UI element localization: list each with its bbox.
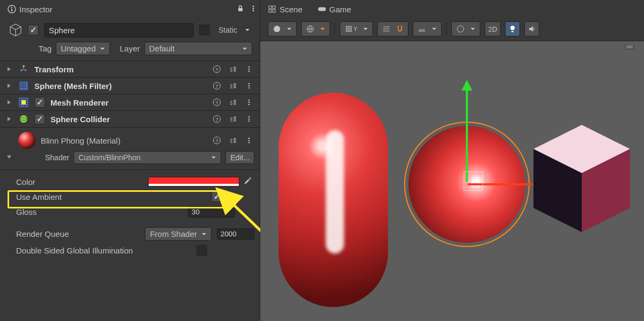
layer-label: Layer	[120, 44, 140, 53]
mesh-renderer-icon	[18, 97, 29, 108]
scene-capsule-object[interactable]	[279, 93, 388, 307]
svg-point-9	[248, 69, 250, 70]
mesh-renderer-component: Mesh Renderer ?	[0, 94, 260, 110]
svg-point-23	[248, 104, 250, 106]
svg-point-34	[248, 140, 250, 141]
mesh-filter-icon	[18, 80, 29, 91]
audio-toggle-button[interactable]	[524, 21, 539, 36]
mesh-filter-component: Sphere (Mesh Filter) ?	[0, 77, 260, 94]
use-ambient-property: Use Ambient	[16, 189, 254, 204]
shading-mode-button[interactable]	[268, 21, 297, 36]
svg-point-43	[457, 26, 464, 32]
gloss-input[interactable]	[188, 206, 235, 218]
tag-dropdown[interactable]: Untagged	[56, 42, 110, 55]
layer-dropdown[interactable]: Default	[144, 42, 252, 55]
svg-point-5	[253, 10, 254, 12]
kebab-icon[interactable]	[244, 114, 254, 124]
material-header: Blinn Phong (Material) ?	[0, 127, 260, 151]
kebab-icon[interactable]	[244, 64, 254, 74]
scene-tabs: Scene Game	[260, 0, 644, 17]
enable-checkbox[interactable]	[34, 114, 45, 124]
preset-icon[interactable]	[228, 80, 238, 91]
gloss-property: Gloss	[16, 204, 254, 220]
static-checkbox[interactable]	[199, 25, 210, 35]
svg-point-24	[20, 115, 27, 123]
help-icon[interactable]: ?	[211, 64, 222, 74]
preset-icon[interactable]	[228, 114, 238, 124]
svg-text:?: ?	[215, 84, 218, 89]
kebab-icon[interactable]	[247, 2, 260, 15]
svg-rect-37	[273, 6, 275, 9]
double-sided-checkbox[interactable]	[196, 245, 207, 256]
gizmo-y-axis[interactable]	[466, 89, 468, 182]
color-swatch[interactable]	[148, 177, 239, 186]
svg-text:?: ?	[215, 138, 218, 144]
preset-icon[interactable]	[228, 64, 238, 74]
toolbar-separator	[446, 23, 447, 35]
tab-inspector[interactable]: Inspector	[0, 1, 60, 17]
inspector-tabs: Inspector	[0, 0, 260, 17]
foldout-icon[interactable]	[5, 65, 13, 73]
edit-button[interactable]: Edit...	[225, 151, 254, 164]
lighting-toggle-button[interactable]	[505, 21, 520, 36]
material-foldout-icon[interactable]	[5, 153, 13, 161]
kebab-icon[interactable]	[244, 97, 254, 108]
svg-rect-40	[318, 7, 325, 11]
svg-point-29	[248, 118, 250, 120]
help-icon[interactable]: ?	[211, 80, 222, 91]
svg-point-10	[248, 71, 250, 72]
shader-dropdown[interactable]: Custom/BlinnPhon	[74, 151, 221, 164]
svg-point-35	[248, 142, 250, 144]
gizmo-plane-handle[interactable]	[464, 171, 483, 191]
foldout-icon[interactable]	[5, 115, 13, 123]
scene-toolbar: Y 2D	[260, 17, 644, 41]
svg-rect-38	[269, 10, 272, 12]
help-icon[interactable]: ?	[211, 97, 222, 108]
tab-label: Inspector	[19, 5, 53, 14]
foldout-icon[interactable]	[5, 99, 13, 106]
grid-y-button[interactable]: Y	[340, 21, 373, 36]
preset-icon[interactable]	[228, 135, 238, 146]
use-ambient-checkbox[interactable]	[211, 191, 222, 202]
scene-viewport[interactable]	[260, 41, 644, 321]
info-icon	[8, 5, 16, 13]
shader-label: Shader	[45, 153, 69, 162]
static-dropdown-icon[interactable]	[243, 25, 252, 35]
sphere-collider-component: Sphere Collider ?	[0, 110, 260, 127]
eyedropper-icon[interactable]	[244, 176, 254, 187]
snap-button[interactable]	[377, 21, 408, 36]
object-name-input[interactable]	[44, 23, 194, 38]
draw-mode-button[interactable]	[301, 21, 330, 36]
tab-scene[interactable]: Scene	[260, 1, 310, 17]
increment-snap-button[interactable]	[413, 21, 442, 36]
tab-game[interactable]: Game	[310, 1, 359, 17]
2d-toggle-button[interactable]: 2D	[485, 21, 501, 36]
kebab-icon[interactable]	[244, 80, 254, 91]
render-queue-dropdown[interactable]: From Shader	[145, 227, 211, 241]
kebab-icon[interactable]	[244, 135, 254, 146]
sphere-collider-icon	[18, 114, 29, 124]
svg-point-4	[253, 8, 254, 10]
help-icon[interactable]: ?	[211, 114, 222, 124]
scene-sphere-object[interactable]	[404, 122, 530, 247]
svg-point-3	[253, 6, 254, 8]
svg-rect-2	[11, 7, 12, 8]
lock-icon[interactable]	[234, 2, 247, 15]
active-checkbox[interactable]	[28, 25, 39, 35]
svg-point-41	[274, 26, 280, 32]
scene-cube-object[interactable]	[528, 120, 635, 227]
gameobject-icon	[8, 23, 23, 38]
viewport-grip-icon[interactable]	[625, 44, 634, 50]
svg-point-16	[248, 87, 250, 89]
help-icon[interactable]: ?	[211, 135, 222, 146]
skybox-toggle-button[interactable]	[451, 21, 480, 36]
foldout-icon[interactable]	[5, 82, 13, 89]
color-property: Color	[16, 174, 254, 189]
render-queue-input[interactable]	[217, 228, 254, 240]
render-queue-label: Render Queue	[16, 229, 69, 238]
preset-icon[interactable]	[228, 97, 238, 108]
svg-text:?: ?	[215, 117, 218, 122]
svg-rect-1	[11, 9, 12, 11]
enable-checkbox[interactable]	[34, 97, 45, 108]
static-label: Static	[218, 26, 237, 34]
